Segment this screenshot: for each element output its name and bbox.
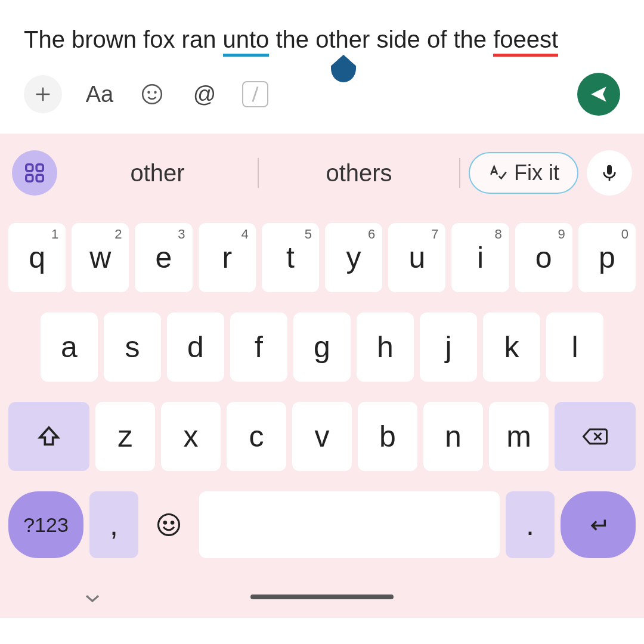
emoji-button[interactable] <box>137 79 167 109</box>
suggestion-bar: other others Fix it <box>8 143 636 203</box>
spellcheck-icon <box>488 163 507 182</box>
space-key[interactable] <box>199 491 500 558</box>
key-d[interactable]: d <box>167 312 224 382</box>
key-i[interactable]: i8 <box>451 223 509 292</box>
text-format-button[interactable]: Aa <box>85 79 114 109</box>
key-w[interactable]: w2 <box>72 223 129 292</box>
home-indicator[interactable] <box>250 595 394 599</box>
key-r[interactable]: r4 <box>199 223 256 292</box>
mic-icon <box>600 162 619 184</box>
backspace-icon <box>581 426 609 447</box>
key-alt-label: 0 <box>621 227 628 242</box>
key-z[interactable]: z <box>95 402 155 471</box>
comma-key[interactable]: , <box>89 491 138 558</box>
enter-icon <box>585 515 611 535</box>
shift-key[interactable] <box>8 402 89 471</box>
slash-command-button[interactable] <box>242 81 268 107</box>
compose-toolbar: Aa @ <box>0 55 644 134</box>
svg-point-9 <box>164 522 166 524</box>
key-alt-label: 9 <box>558 227 565 242</box>
key-alt-label: 7 <box>431 227 438 242</box>
key-j[interactable]: j <box>420 312 477 382</box>
symbols-key[interactable]: ?123 <box>8 491 83 558</box>
send-button[interactable] <box>577 73 620 116</box>
grid-icon <box>23 162 46 184</box>
key-alt-label: 1 <box>51 227 58 242</box>
fix-it-button[interactable]: Fix it <box>469 152 578 194</box>
svg-rect-7 <box>607 165 612 175</box>
key-e[interactable]: e3 <box>135 223 192 292</box>
svg-point-8 <box>159 515 179 535</box>
voice-input-button[interactable] <box>587 150 632 196</box>
navigation-bar <box>0 576 644 618</box>
key-row-4: ?123 , . <box>8 491 636 558</box>
shift-icon <box>37 425 61 448</box>
key-s[interactable]: s <box>104 312 161 382</box>
fix-it-label: Fix it <box>514 160 559 185</box>
svg-point-0 <box>143 85 162 104</box>
smile-icon <box>141 83 163 106</box>
svg-point-1 <box>148 92 150 93</box>
key-u[interactable]: u7 <box>388 223 445 292</box>
emoji-key[interactable] <box>144 491 193 558</box>
key-h[interactable]: h <box>357 312 414 382</box>
key-k[interactable]: k <box>483 312 540 382</box>
svg-point-10 <box>171 522 174 524</box>
collapse-keyboard-button[interactable] <box>83 586 101 609</box>
key-p[interactable]: p0 <box>578 223 636 292</box>
key-alt-label: 8 <box>494 227 501 242</box>
svg-rect-5 <box>26 175 33 181</box>
svg-point-2 <box>155 92 156 93</box>
chevron-down-icon <box>83 592 101 604</box>
grammar-highlight[interactable]: unto <box>223 26 270 57</box>
suggestion-1[interactable]: other <box>66 160 249 187</box>
svg-rect-6 <box>36 175 43 181</box>
period-key[interactable]: . <box>506 491 555 558</box>
key-alt-label: 4 <box>242 227 249 242</box>
key-c[interactable]: c <box>227 402 286 471</box>
suggestion-2[interactable]: others <box>267 160 451 187</box>
send-icon <box>589 84 609 104</box>
key-o[interactable]: o9 <box>515 223 572 292</box>
slash-icon <box>250 86 261 103</box>
key-n[interactable]: n <box>423 402 483 471</box>
key-x[interactable]: x <box>161 402 221 471</box>
key-alt-label: 2 <box>114 227 122 242</box>
text-input-area[interactable]: The brown fox ran unto the other side of… <box>0 0 644 55</box>
add-button[interactable] <box>24 75 62 113</box>
key-y[interactable]: y6 <box>325 223 382 292</box>
key-g[interactable]: g <box>293 312 351 382</box>
key-a[interactable]: a <box>41 312 98 382</box>
emoji-icon <box>156 512 181 537</box>
key-alt-label: 5 <box>305 227 312 242</box>
key-row-3: zxcvbnm <box>8 402 636 471</box>
key-v[interactable]: v <box>292 402 352 471</box>
key-b[interactable]: b <box>358 402 417 471</box>
key-row-2: asdfghjkl <box>8 312 636 382</box>
divider <box>459 158 460 188</box>
key-t[interactable]: t5 <box>262 223 319 292</box>
keyboard-apps-button[interactable] <box>12 150 57 196</box>
plus-icon <box>34 85 52 103</box>
key-l[interactable]: l <box>546 312 603 382</box>
soft-keyboard: other others Fix it q1w2e3r4t5y6u7i8o9p0… <box>0 134 644 618</box>
key-f[interactable]: f <box>230 312 287 382</box>
mention-button[interactable]: @ <box>190 79 219 109</box>
text-content: The brown fox ran <box>24 26 223 52</box>
backspace-key[interactable] <box>555 402 636 471</box>
spelling-error[interactable]: foeest <box>493 26 558 57</box>
key-alt-label: 3 <box>178 227 185 242</box>
divider <box>258 158 259 188</box>
enter-key[interactable] <box>561 491 636 558</box>
key-q[interactable]: q1 <box>8 223 66 292</box>
svg-rect-4 <box>36 165 43 171</box>
text-content: the other side of the <box>269 26 493 52</box>
key-alt-label: 6 <box>368 227 375 242</box>
key-row-1: q1w2e3r4t5y6u7i8o9p0 <box>8 223 636 292</box>
key-m[interactable]: m <box>489 402 549 471</box>
svg-rect-3 <box>26 165 33 171</box>
